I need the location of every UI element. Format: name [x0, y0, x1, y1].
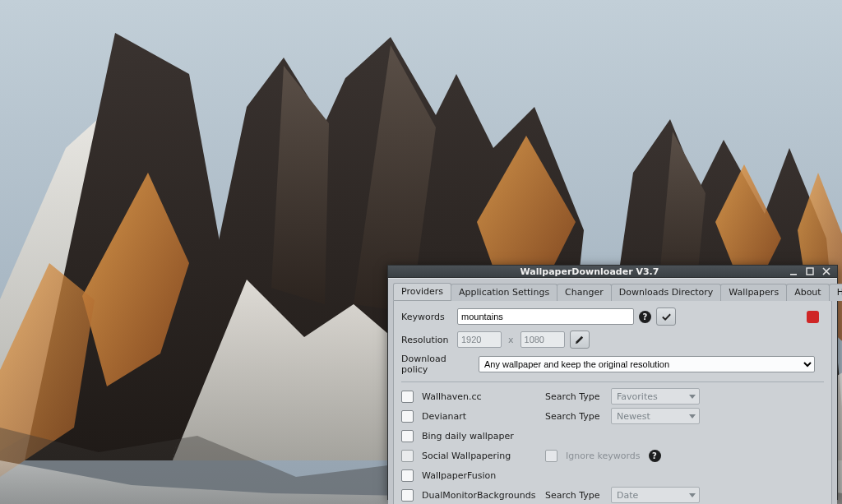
download-policy-row: Download policy Any wallpaper and keep t…	[401, 354, 824, 375]
provider-row-bing: Bing daily wallpaper	[401, 428, 824, 443]
resolution-height-input[interactable]	[520, 331, 565, 348]
keywords-apply-button[interactable]	[656, 307, 676, 326]
app-window: WallpaperDownloader V3.7 Providers Appli…	[387, 265, 838, 500]
window-client: Providers Application Settings Changer D…	[388, 278, 837, 504]
status-indicator	[807, 311, 819, 323]
tab-downloads-directory[interactable]: Downloads Directory	[611, 284, 722, 301]
provider-checkbox[interactable]	[401, 410, 414, 423]
resolution-label: Resolution	[401, 335, 452, 345]
search-type-select[interactable]: Date	[611, 487, 700, 503]
resolution-width-input[interactable]	[457, 331, 502, 348]
providers-panel: Keywords ? Resolution x	[393, 300, 832, 504]
keywords-row: Keywords ?	[401, 307, 824, 326]
tabbar: Providers Application Settings Changer D…	[388, 279, 837, 300]
tab-wallpapers[interactable]: Wallpapers	[720, 284, 787, 301]
provider-label: Devianart	[422, 411, 537, 422]
provider-label: Social Wallpapering	[422, 451, 537, 461]
provider-checkbox[interactable]	[401, 450, 414, 462]
download-policy-label: Download policy	[401, 354, 474, 375]
separator	[401, 381, 824, 382]
provider-label: WallpaperFusion	[422, 470, 537, 481]
chevron-down-icon	[689, 395, 696, 399]
ignore-help-icon[interactable]: ?	[649, 450, 661, 462]
svg-rect-2	[807, 268, 813, 275]
tab-about[interactable]: About	[786, 284, 830, 301]
provider-checkbox[interactable]	[401, 391, 414, 403]
keywords-input[interactable]	[457, 308, 634, 325]
chevron-down-icon	[689, 493, 696, 497]
provider-row-wallpaperfusion: WallpaperFusion	[401, 468, 824, 483]
provider-checkbox[interactable]	[401, 489, 414, 502]
provider-label: Bing daily wallpaper	[422, 431, 537, 442]
provider-row-devianart: Devianart Search Type Newest	[401, 409, 824, 423]
pencil-icon	[574, 335, 585, 345]
provider-checkbox[interactable]	[401, 430, 414, 442]
provider-label: Wallhaven.cc	[422, 391, 537, 402]
provider-label: DualMonitorBackgrounds	[422, 490, 537, 501]
tab-help[interactable]: Help	[829, 284, 842, 301]
provider-checkbox[interactable]	[401, 469, 414, 482]
desktop: WallpaperDownloader V3.7 Providers Appli…	[0, 0, 842, 504]
provider-row-social-wallpapering: Social Wallpapering Ignore keywords ?	[401, 448, 824, 463]
check-icon	[661, 312, 672, 322]
resolution-row: Resolution x	[401, 331, 824, 349]
window-title: WallpaperDownloader V3.7	[396, 266, 783, 277]
provider-row-wallhaven: Wallhaven.cc Search Type Favorites	[401, 389, 824, 404]
resolution-times: x	[507, 335, 516, 345]
titlebar[interactable]: WallpaperDownloader V3.7	[388, 266, 837, 278]
tab-changer[interactable]: Changer	[557, 284, 612, 301]
search-type-select[interactable]: Favorites	[611, 388, 700, 405]
search-type-label: Search Type	[545, 411, 603, 422]
ignore-keywords-label: Ignore keywords	[566, 451, 641, 461]
close-button[interactable]	[821, 266, 832, 277]
minimize-button[interactable]	[788, 266, 799, 277]
svg-rect-1	[790, 274, 797, 275]
resolution-edit-button[interactable]	[570, 331, 590, 349]
search-type-select[interactable]: Newest	[611, 408, 700, 424]
tab-application-settings[interactable]: Application Settings	[451, 284, 557, 301]
search-type-label: Search Type	[545, 391, 603, 402]
tab-providers[interactable]: Providers	[393, 283, 451, 300]
keywords-label: Keywords	[401, 312, 452, 322]
chevron-down-icon	[689, 414, 696, 418]
ignore-keywords-checkbox[interactable]	[545, 450, 557, 462]
maximize-button[interactable]	[804, 266, 816, 277]
keywords-help-icon[interactable]: ?	[639, 311, 651, 323]
download-policy-select[interactable]: Any wallpaper and keep the original reso…	[479, 356, 815, 372]
provider-row-dualmonitor: DualMonitorBackgrounds Search Type Date	[401, 488, 824, 502]
search-type-label: Search Type	[545, 490, 603, 501]
